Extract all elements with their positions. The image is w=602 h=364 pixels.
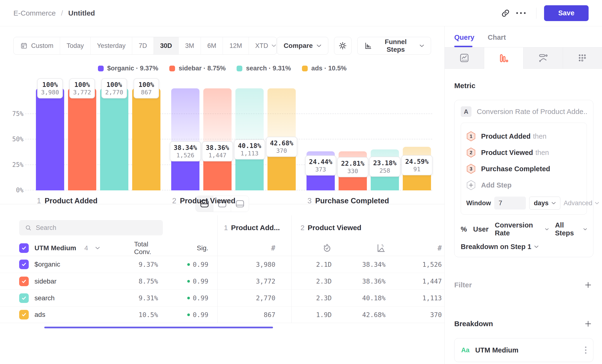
- funnel-bar[interactable]: [132, 88, 161, 190]
- chevron-down-icon: [534, 246, 538, 248]
- bar-count: 370: [270, 147, 293, 154]
- row-checkbox[interactable]: [19, 310, 29, 320]
- date-range-6m[interactable]: 6M: [201, 37, 223, 54]
- date-range-today[interactable]: Today: [60, 37, 90, 54]
- advanced-label: Advanced: [564, 200, 592, 207]
- compare-button[interactable]: Compare: [277, 37, 328, 55]
- legend-item-sidebar[interactable]: sidebar · 8.75%: [169, 65, 226, 72]
- funnel-bar[interactable]: [36, 88, 64, 190]
- chevron-down-icon[interactable]: [95, 247, 100, 249]
- date-range-xtd[interactable]: XTD: [249, 37, 277, 54]
- chevron-down-icon: [545, 228, 548, 231]
- query-step-event: Product Viewed: [481, 149, 533, 156]
- count-column-icon[interactable]: #: [271, 244, 275, 252]
- select-all-checkbox[interactable]: [19, 243, 29, 253]
- bar-slot-ads: 100%867: [132, 88, 161, 190]
- add-step-label: Add Step: [481, 181, 512, 189]
- legend-item-search[interactable]: search · 9.31%: [236, 65, 291, 72]
- save-button[interactable]: Save: [544, 5, 589, 21]
- step2-count: 1,113: [422, 294, 442, 302]
- flows-icon: [538, 53, 548, 63]
- legend-item-organic[interactable]: $organic · 9.37%: [98, 65, 158, 72]
- add-step-button[interactable]: Add Step: [466, 177, 581, 193]
- panel-tab-chart[interactable]: Chart: [488, 33, 506, 47]
- ellipsis-icon: [516, 12, 526, 14]
- table-row-sidebar[interactable]: sidebar8.75%0.993,7722.3D38.36%1,447: [0, 273, 444, 289]
- measure-metric-dropdown[interactable]: Conversion Rate: [495, 221, 548, 237]
- chart-settings-button[interactable]: [334, 37, 352, 55]
- table-row-organic[interactable]: $organic9.37%0.993,9802.1D38.34%1,526: [0, 256, 444, 273]
- table-row-ads[interactable]: ads10.5%0.998671.9D42.68%370: [0, 306, 444, 323]
- legend-item-ads[interactable]: ads · 10.5%: [302, 65, 346, 72]
- row-checkbox[interactable]: [19, 277, 29, 286]
- funnel-bar[interactable]: [100, 88, 128, 190]
- share-link-button[interactable]: [498, 6, 513, 21]
- breadcrumb-report-title[interactable]: Untitled: [68, 9, 95, 17]
- window-label: Window: [466, 200, 491, 207]
- funnel-chart: 75%50%25%0%100%3,980100%3,772100%2,77010…: [0, 88, 444, 190]
- tab-retention[interactable]: [563, 47, 602, 69]
- step-number-badge: 3: [466, 164, 476, 174]
- query-step-3[interactable]: 3Purchase Completed: [466, 161, 581, 177]
- date-range-12m[interactable]: 12M: [223, 37, 249, 54]
- legend-swatch: [302, 66, 308, 71]
- legend-label: sidebar · 8.75%: [179, 65, 226, 72]
- query-step-2[interactable]: 2Product Viewedthen: [466, 144, 581, 161]
- date-range-7d[interactable]: 7D: [132, 37, 154, 54]
- measure-entity[interactable]: User: [473, 225, 489, 233]
- table-search[interactable]: [19, 220, 163, 236]
- row-checkbox[interactable]: [19, 293, 29, 303]
- table-row-search[interactable]: search9.31%0.992,7702.3D40.18%1,113: [0, 289, 444, 306]
- gear-icon: [338, 42, 347, 50]
- table-group-title-1: 1Product Add...: [224, 224, 280, 232]
- window-value-input[interactable]: [494, 197, 526, 210]
- date-range-yesterday[interactable]: Yesterday: [90, 37, 132, 54]
- breadcrumb-project[interactable]: E-Commerce: [13, 9, 56, 17]
- date-range-custom[interactable]: Custom: [14, 37, 60, 54]
- tab-flows[interactable]: [524, 47, 563, 69]
- advanced-dropdown[interactable]: Advanced: [564, 200, 599, 207]
- count-column-icon[interactable]: #: [438, 244, 442, 252]
- horizontal-scrollbar[interactable]: [44, 327, 273, 328]
- analysis-type-tabs: [445, 47, 602, 69]
- window-unit-dropdown[interactable]: days: [529, 197, 560, 210]
- breakdown-on-step-dropdown[interactable]: Breakdown on Step 1: [461, 243, 587, 251]
- bar-pct: 24.44%: [309, 158, 332, 166]
- query-step-1[interactable]: 1Product Addedthen: [466, 128, 581, 144]
- report-pane: CustomTodayYesterday7D30D3M6M12MXTD Comp…: [0, 26, 445, 364]
- add-filter-button[interactable]: [583, 280, 593, 290]
- step1-count: 2,770: [256, 294, 275, 302]
- view-type-dropdown[interactable]: Funnel Steps: [357, 37, 431, 55]
- breakdown-column-header[interactable]: UTM Medium: [34, 244, 76, 252]
- date-range-30d[interactable]: 30D: [154, 37, 179, 54]
- more-options-button[interactable]: [513, 6, 528, 21]
- breakdown-item-utm-medium[interactable]: AaUTM Medium: [454, 338, 593, 362]
- avg-time-column-icon[interactable]: [322, 244, 332, 253]
- date-range-3m[interactable]: 3M: [179, 37, 201, 54]
- chevron-down-icon: [595, 202, 599, 204]
- kebab-menu-icon[interactable]: [585, 346, 586, 354]
- sig-column-header[interactable]: Sig.: [197, 244, 208, 252]
- metric-title-row[interactable]: A Conversion Rate of Product Adde...: [461, 106, 587, 117]
- y-axis-tick: 50%: [2, 136, 23, 143]
- search-input[interactable]: [36, 224, 157, 232]
- panel-tab-query[interactable]: Query: [454, 33, 474, 47]
- bar-pct: 23.18%: [373, 159, 397, 167]
- add-breakdown-button[interactable]: [583, 319, 593, 329]
- breakdown-on-step-label: Breakdown on Step 1: [461, 243, 531, 251]
- bar-slot-sidebar: 22.81%330: [339, 88, 367, 190]
- funnel-bar[interactable]: [68, 88, 96, 190]
- row-label: search: [34, 294, 54, 302]
- chevron-down-icon: [419, 44, 424, 47]
- total-conv-column-header[interactable]: Total Conv.: [134, 240, 158, 256]
- property-type-badge: Aa: [461, 346, 470, 354]
- tab-insights[interactable]: [445, 47, 484, 69]
- conversion-chart-column-icon[interactable]: %: [376, 244, 386, 253]
- svg-text:1: 1: [470, 134, 472, 139]
- add-step-hexagon-icon: [466, 180, 476, 190]
- row-checkbox[interactable]: [19, 260, 29, 269]
- tab-funnels[interactable]: [484, 47, 524, 69]
- measure-scope-dropdown[interactable]: All Steps: [555, 221, 587, 237]
- y-axis-tick: 25%: [2, 161, 23, 168]
- funnel-bars-icon: [499, 53, 509, 63]
